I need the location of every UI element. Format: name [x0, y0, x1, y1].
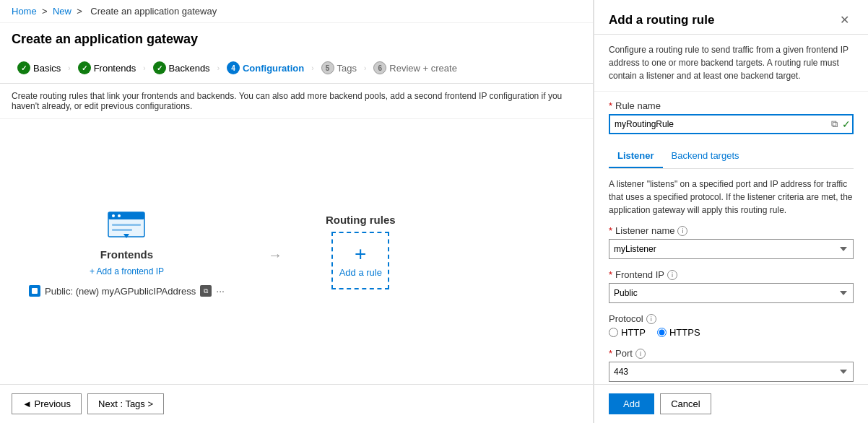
- svg-rect-6: [32, 288, 38, 294]
- flyout-body: * Rule name ⧉ ✓ Listener Backend targets: [594, 92, 868, 384]
- plus-icon: +: [355, 244, 366, 264]
- flyout-title: Add a routing rule: [609, 13, 714, 27]
- port-label: * Port i: [609, 348, 854, 359]
- previous-button[interactable]: ◄ Previous: [12, 393, 82, 414]
- step-circle-basics: ✓: [17, 61, 30, 74]
- protocol-info: i: [646, 314, 656, 324]
- frontends-title: Frontends: [100, 248, 153, 261]
- protocol-http-option[interactable]: HTTP: [609, 327, 646, 338]
- protocol-radio-group: HTTP HTTPS: [609, 327, 854, 338]
- protocol-https-radio[interactable]: [657, 328, 667, 337]
- breadcrumb-new[interactable]: New: [53, 6, 71, 17]
- step-label-review: Review + create: [389, 63, 457, 74]
- routing-title: Routing rules: [326, 214, 396, 226]
- rule-name-input-container: ⧉ ✓: [609, 114, 854, 134]
- svg-rect-5: [112, 229, 132, 231]
- page-title: Create an application gateway: [0, 23, 593, 53]
- flyout-description: Configure a routing rule to send traffic…: [594, 35, 868, 92]
- add-button[interactable]: Add: [609, 393, 654, 414]
- step-label-configuration: Configuration: [243, 63, 304, 74]
- copy-rule-icon[interactable]: ⧉: [830, 117, 839, 131]
- protocol-http-radio[interactable]: [609, 328, 618, 337]
- breadcrumb: Home > New > Create an application gatew…: [0, 0, 593, 23]
- svg-rect-4: [112, 224, 141, 226]
- tab-bar: Listener Backend targets: [609, 144, 854, 169]
- step-configuration[interactable]: 4 Configuration: [221, 58, 310, 77]
- step-label-tags: Tags: [337, 63, 357, 74]
- description: Create routing rules that link your fron…: [0, 84, 593, 119]
- frontends-box: Frontends + Add a frontend IP Public: (n…: [29, 206, 225, 297]
- more-options-btn[interactable]: ···: [216, 285, 225, 297]
- protocol-https-option[interactable]: HTTPS: [657, 327, 700, 338]
- tab-backend[interactable]: Backend targets: [663, 144, 748, 168]
- step-label-frontends: Frontends: [94, 63, 136, 74]
- protocol-row: Protocol i HTTP HTTPS: [609, 313, 854, 338]
- step-circle-tags: 5: [321, 61, 334, 74]
- add-rule-button[interactable]: + Add a rule: [331, 232, 389, 289]
- step-frontends[interactable]: ✓ Frontends: [72, 58, 142, 77]
- frontend-icon: [105, 206, 148, 243]
- listener-name-row: * Listener name i myListener: [609, 225, 854, 259]
- frontend-item-label: Public: (new) myAGPublicIPAddress: [45, 286, 196, 297]
- add-rule-label: Add a rule: [339, 267, 382, 278]
- rule-name-row: * Rule name ⧉ ✓: [609, 100, 854, 134]
- step-label-backends: Backends: [169, 63, 210, 74]
- check-icon: ✓: [842, 118, 851, 130]
- protocol-label: Protocol i: [609, 313, 854, 324]
- right-panel: Add a routing rule ✕ Configure a routing…: [594, 0, 868, 423]
- tab-listener[interactable]: Listener: [609, 144, 663, 168]
- frontend-ip-info: i: [667, 270, 677, 280]
- connector-arrow: →: [268, 240, 282, 263]
- rule-name-label: * Rule name: [609, 100, 854, 111]
- bottom-bar: ◄ Previous Next : Tags >: [0, 384, 593, 423]
- listener-name-label: * Listener name i: [609, 225, 854, 236]
- port-select[interactable]: 443: [609, 362, 854, 382]
- routing-box: Routing rules + Add a rule: [326, 214, 396, 289]
- breadcrumb-home[interactable]: Home: [12, 6, 37, 17]
- step-backends[interactable]: ✓ Backends: [147, 58, 216, 77]
- breadcrumb-current: Create an application gateway: [90, 6, 217, 17]
- copy-icon[interactable]: ⧉: [200, 285, 212, 297]
- close-button[interactable]: ✕: [836, 12, 854, 28]
- step-circle-frontends: ✓: [78, 61, 91, 74]
- frontend-ip-label: * Frontend IP i: [609, 269, 854, 280]
- frontend-item: Public: (new) myAGPublicIPAddress ⧉ ···: [29, 285, 225, 297]
- frontend-item-icon: [29, 285, 40, 297]
- svg-point-3: [118, 214, 121, 217]
- left-panel: Home > New > Create an application gatew…: [0, 0, 594, 423]
- next-button[interactable]: Next : Tags >: [87, 393, 164, 414]
- frontend-ip-select[interactable]: Public: [609, 283, 854, 303]
- port-row: * Port i 443: [609, 348, 854, 382]
- rule-name-input[interactable]: [609, 114, 854, 134]
- wizard-steps: ✓ Basics › ✓ Frontends › ✓ Backends › 4 …: [0, 53, 593, 84]
- step-review[interactable]: 6 Review + create: [368, 58, 463, 77]
- main-content: Frontends + Add a frontend IP Public: (n…: [0, 119, 593, 384]
- flyout-header: Add a routing rule ✕: [594, 0, 868, 35]
- step-label-basics: Basics: [33, 63, 61, 74]
- svg-point-2: [112, 214, 115, 217]
- listener-name-select[interactable]: myListener: [609, 239, 854, 259]
- listener-name-info: i: [677, 226, 687, 236]
- step-circle-backends: ✓: [153, 61, 166, 74]
- flyout-actions: Add Cancel: [594, 384, 868, 423]
- step-circle-review: 6: [373, 61, 386, 74]
- step-basics[interactable]: ✓ Basics: [12, 58, 66, 77]
- add-frontend-link[interactable]: + Add a frontend IP: [90, 266, 164, 276]
- step-tags[interactable]: 5 Tags: [316, 58, 363, 77]
- listener-description: A listener "listens" on a specified port…: [609, 178, 854, 217]
- frontend-ip-row: * Frontend IP i Public: [609, 269, 854, 303]
- cancel-button[interactable]: Cancel: [660, 393, 711, 414]
- step-circle-configuration: 4: [227, 61, 240, 74]
- port-info: i: [635, 349, 646, 359]
